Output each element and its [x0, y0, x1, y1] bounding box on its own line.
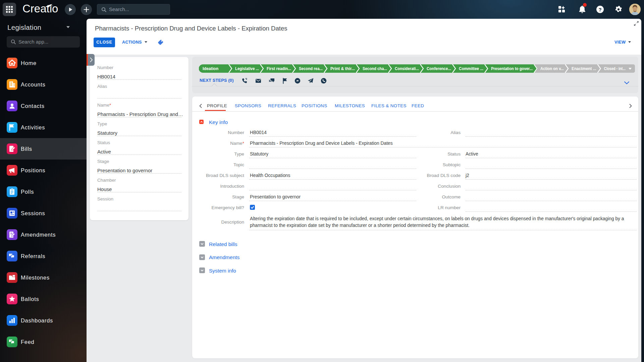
svg-text:?: ? — [598, 7, 601, 12]
svg-text:Action on v...: Action on v... — [540, 66, 564, 71]
svg-text:Second cha...: Second cha... — [363, 66, 387, 71]
svg-text:Print & thir...: Print & thir... — [330, 66, 355, 71]
svg-text:Committee ...: Committee ... — [459, 66, 483, 71]
svg-text:Ideation: Ideation — [203, 66, 218, 71]
svg-text:First readin...: First readin... — [267, 66, 291, 71]
svg-text:Considerati...: Considerati... — [395, 66, 419, 71]
svg-text:Legislative ...: Legislative ... — [235, 66, 259, 71]
svg-text:Presentation to gover...: Presentation to gover... — [491, 66, 533, 71]
svg-text:Enactment ...: Enactment ... — [572, 66, 596, 71]
svg-text:Conference...: Conference... — [427, 66, 451, 71]
svg-text:Closed - int...: Closed - int... — [604, 66, 626, 71]
svg-text:Second rea...: Second rea... — [299, 66, 323, 71]
